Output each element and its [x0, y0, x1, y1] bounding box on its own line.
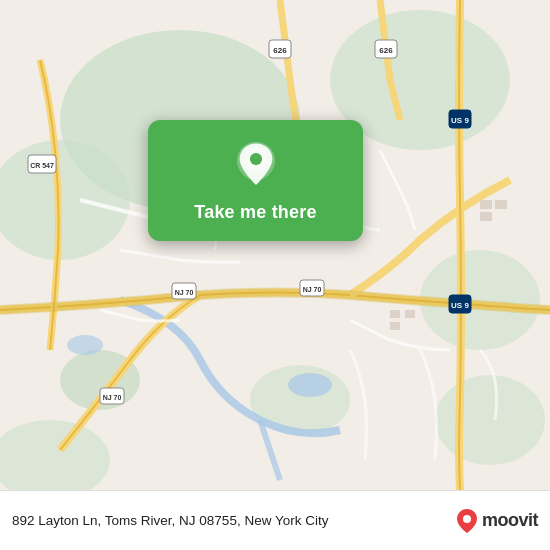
svg-point-39 [463, 515, 471, 523]
svg-rect-30 [480, 200, 492, 209]
svg-text:626: 626 [273, 46, 287, 55]
moovit-brand-text: moovit [482, 510, 538, 531]
svg-rect-27 [390, 310, 400, 318]
take-me-there-button[interactable]: Take me there [194, 202, 316, 223]
svg-rect-31 [495, 200, 507, 209]
bottom-bar: 892 Layton Ln, Toms River, NJ 08755, New… [0, 490, 550, 550]
svg-text:NJ 70: NJ 70 [175, 289, 194, 296]
address-text: 892 Layton Ln, Toms River, NJ 08755, New… [12, 513, 456, 528]
svg-point-38 [249, 153, 261, 165]
moovit-icon [456, 508, 478, 534]
svg-point-9 [288, 373, 332, 397]
svg-rect-29 [390, 322, 400, 330]
svg-text:NJ 70: NJ 70 [303, 286, 322, 293]
svg-text:626: 626 [379, 46, 393, 55]
svg-rect-28 [405, 310, 415, 318]
svg-text:CR 547: CR 547 [30, 162, 54, 169]
moovit-logo: moovit [456, 508, 538, 534]
svg-text:NJ 70: NJ 70 [103, 394, 122, 401]
action-card[interactable]: Take me there [148, 120, 363, 241]
location-pin-icon [230, 140, 282, 192]
map-svg: NJ 70 NJ 70 NJ 70 US 9 US 9 CR 547 626 6… [0, 0, 550, 490]
svg-point-10 [67, 335, 103, 355]
svg-text:US 9: US 9 [451, 301, 469, 310]
svg-text:US 9: US 9 [451, 116, 469, 125]
map-container: NJ 70 NJ 70 NJ 70 US 9 US 9 CR 547 626 6… [0, 0, 550, 490]
svg-rect-32 [480, 212, 492, 221]
svg-point-8 [435, 375, 545, 465]
